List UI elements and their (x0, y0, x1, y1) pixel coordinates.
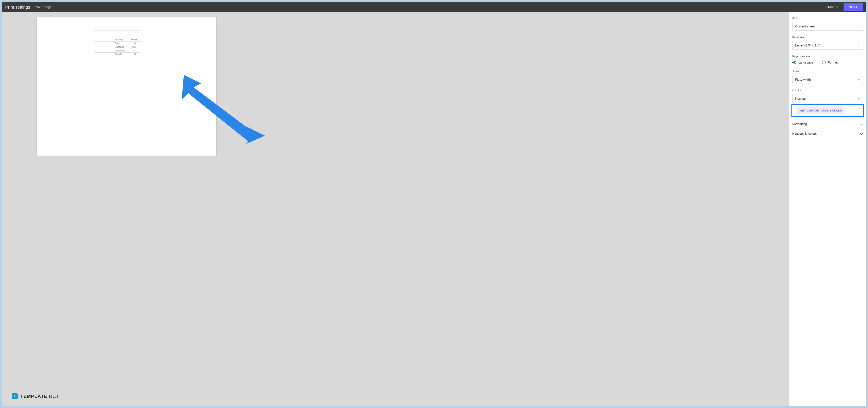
chevron-down-icon (858, 98, 860, 99)
orientation-landscape-label: Landscape (798, 61, 813, 64)
topbar: Print settings Total: 1 page CANCEL NEXT (2, 2, 866, 12)
watermark: T TEMPLATE.NET (12, 393, 59, 399)
table-row: Cupcake 2.5 (94, 45, 141, 49)
orientation-label: Page orientation (792, 55, 863, 58)
radio-unchecked-icon (822, 61, 826, 64)
cancel-button[interactable]: CANCEL (826, 5, 839, 9)
watermark-badge: T (12, 393, 18, 399)
watermark-rest: .NET (48, 394, 59, 399)
cell-price: 2.5 (127, 45, 141, 49)
orientation-radios: Landscape Portrait (792, 61, 863, 64)
margins-value: Normal (795, 97, 805, 100)
print-value: Current sheet (795, 25, 815, 28)
margins-label: Margins (792, 89, 863, 92)
chevron-down-icon (860, 131, 864, 135)
orientation-portrait[interactable]: Portrait (822, 61, 838, 64)
app-frame: Print settings Total: 1 page CANCEL NEXT… (2, 2, 866, 406)
chevron-down-icon (858, 45, 860, 46)
chevron-down-icon (858, 79, 860, 80)
workspace: Pastries Price Cake 1.3 Cupcake 2.5 Croi… (2, 12, 866, 406)
margins-dropdown[interactable]: Normal (792, 94, 863, 103)
scale-value: Fit to width (795, 77, 811, 81)
cell-name: Croissant (113, 49, 127, 53)
scale-label: Scale (792, 70, 863, 73)
preview-canvas: Pastries Price Cake 1.3 Cupcake 2.5 Croi… (2, 12, 789, 406)
spacer (792, 117, 863, 119)
preview-page: Pastries Price Cake 1.3 Cupcake 2.5 Croi… (37, 17, 216, 156)
table-row (94, 34, 141, 38)
scale-dropdown[interactable]: Fit to width (792, 75, 863, 84)
paper-size-label: Paper size (792, 36, 863, 39)
table-row: Cookie 1.5 (94, 53, 141, 56)
headers-footers-expander[interactable]: Headers & footers (789, 129, 866, 138)
sidebar: Print Current sheet Paper size Letter (8… (789, 12, 866, 406)
cell-price: 1.3 (127, 41, 141, 45)
chevron-down-icon (858, 26, 860, 27)
cell-price: 1.5 (127, 53, 141, 56)
print-label: Print (792, 17, 863, 20)
chevron-down-icon (860, 122, 864, 125)
headers-footers-label: Headers & footers (792, 132, 817, 135)
paper-size-dropdown[interactable]: Letter (8.5" x 11") (792, 41, 863, 50)
table-row: Pastries Price (94, 38, 141, 41)
table-row: Croissant 2 (94, 49, 141, 53)
orientation-landscape[interactable]: Landscape (792, 61, 813, 64)
next-button[interactable]: NEXT (843, 3, 863, 11)
formatting-expander[interactable]: Formatting (789, 119, 866, 129)
annotation-highlight: SET CUSTOM PAGE BREAKS (792, 104, 864, 117)
preview-table: Pastries Price Cake 1.3 Cupcake 2.5 Croi… (94, 30, 141, 56)
print-dropdown[interactable]: Current sheet (792, 22, 863, 31)
header-cell: Pastries (113, 38, 127, 41)
table-row (94, 31, 141, 34)
paper-size-value: Letter (8.5" x 11") (795, 43, 820, 47)
cell-name: Cookie (113, 53, 127, 56)
cell-name: Cake (113, 41, 127, 45)
table-row: Cake 1.3 (94, 41, 141, 45)
watermark-bold: TEMPLATE (20, 394, 48, 399)
cell-price: 2 (127, 49, 141, 53)
orientation-portrait-label: Portrait (828, 61, 838, 64)
set-custom-page-breaks-button[interactable]: SET CUSTOM PAGE BREAKS (797, 107, 845, 114)
watermark-text: TEMPLATE.NET (20, 394, 59, 399)
svg-marker-1 (246, 127, 265, 144)
header-cell: Price (127, 38, 141, 41)
page-title: Print settings (5, 5, 30, 10)
cell-name: Cupcake (113, 45, 127, 49)
radio-checked-icon (792, 61, 796, 64)
page-total: Total: 1 page (34, 5, 52, 9)
formatting-label: Formatting (792, 122, 807, 126)
